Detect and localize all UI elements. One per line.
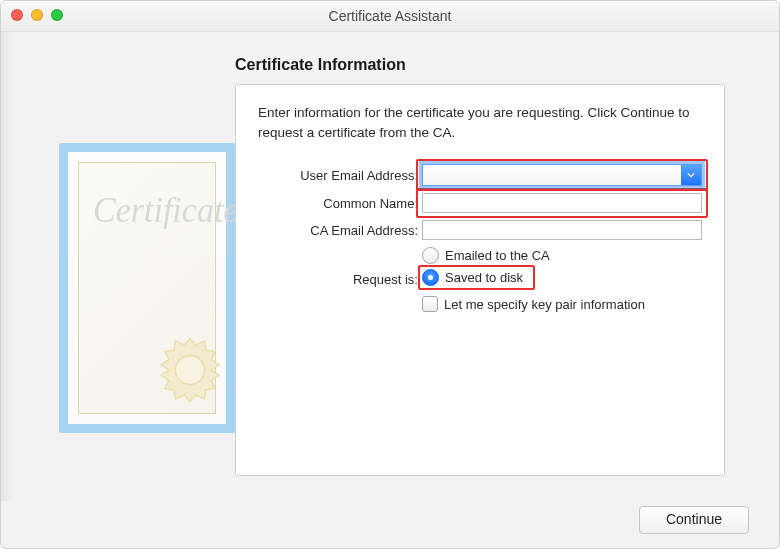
window-title: Certificate Assistant: [329, 8, 452, 24]
form-panel: Enter information for the certificate yo…: [235, 84, 725, 476]
radio-icon: [422, 247, 439, 264]
zoom-icon[interactable]: [51, 9, 63, 21]
label-ca-email: CA Email Address:: [258, 223, 422, 238]
radio-icon: [422, 269, 439, 286]
continue-button[interactable]: Continue: [639, 506, 749, 534]
label-user-email: User Email Address:: [258, 168, 422, 183]
radio-saved[interactable]: Saved to disk: [422, 269, 523, 286]
highlight-common-name: [416, 188, 708, 218]
label-common-name: Common Name:: [258, 196, 422, 211]
highlight-user-email: [416, 159, 708, 191]
minimize-icon[interactable]: [31, 9, 43, 21]
label-request-is: Request is:: [258, 272, 422, 287]
window-controls: [11, 9, 63, 21]
chevron-down-icon[interactable]: [681, 165, 701, 185]
keypair-checkbox-row[interactable]: Let me specify key pair information: [422, 296, 702, 312]
ca-email-field[interactable]: [422, 220, 702, 240]
window: Certificate Assistant Certificate Certif…: [0, 0, 780, 549]
common-name-field[interactable]: [422, 193, 702, 213]
page-title: Certificate Information: [235, 56, 725, 74]
radio-emailed[interactable]: Emailed to the CA: [422, 247, 702, 264]
titlebar: Certificate Assistant: [1, 1, 779, 32]
intro-text: Enter information for the certificate yo…: [258, 103, 702, 142]
radio-saved-label: Saved to disk: [445, 270, 523, 285]
checkbox-icon: [422, 296, 438, 312]
keypair-checkbox-label: Let me specify key pair information: [444, 297, 645, 312]
highlight-saved: Saved to disk: [418, 265, 535, 290]
user-email-combo[interactable]: [422, 164, 702, 186]
close-icon[interactable]: [11, 9, 23, 21]
radio-emailed-label: Emailed to the CA: [445, 248, 550, 263]
